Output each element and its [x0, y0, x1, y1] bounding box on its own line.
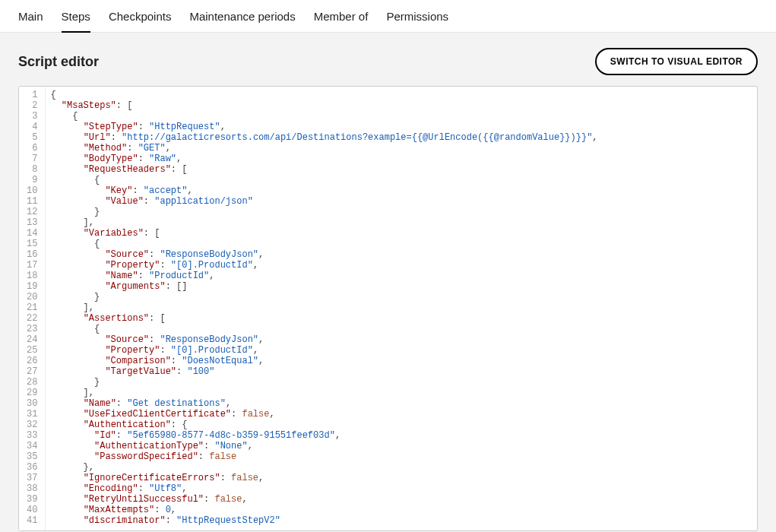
- code-line: "Comparison": "DoesNotEqual",: [50, 356, 752, 366]
- tab-permissions[interactable]: Permissions: [386, 0, 448, 33]
- code-line: "Variables": [: [50, 228, 752, 239]
- editor-scroll[interactable]: 1234567891011121314151617181920212223242…: [19, 87, 757, 530]
- code-line: "RetryUntilSuccessful": false,: [50, 494, 752, 505]
- line-number: 17: [27, 260, 42, 271]
- code-line: "MsaSteps": [: [50, 100, 752, 111]
- line-number: 13: [27, 217, 42, 228]
- line-number: 24: [27, 334, 42, 345]
- line-number: 11: [27, 196, 42, 207]
- code-line: }: [50, 292, 752, 302]
- code-line: "IgnoreCertificateErrors": false,: [50, 473, 752, 483]
- code-line: {: [50, 111, 752, 122]
- code-line: ],: [50, 217, 752, 228]
- line-number: 9: [27, 175, 42, 185]
- code-line: "Value": "application/json": [50, 196, 752, 207]
- line-number-gutter: 1234567891011121314151617181920212223242…: [19, 87, 46, 530]
- line-number: 32: [27, 420, 42, 430]
- tab-steps[interactable]: Steps: [62, 0, 90, 33]
- code-line: "Url": "http://galacticresorts.com/api/D…: [50, 132, 752, 143]
- line-number: 21: [27, 302, 42, 313]
- line-number: 27: [27, 366, 42, 377]
- line-number: 34: [27, 441, 42, 451]
- code-line: "PasswordSpecified": false: [50, 451, 752, 462]
- line-number: 3: [27, 111, 42, 122]
- line-number: 4: [27, 122, 42, 132]
- line-number: 33: [27, 430, 42, 441]
- line-number: 2: [27, 100, 42, 111]
- code-line: "Method": "GET",: [50, 143, 752, 154]
- line-number: 10: [27, 185, 42, 196]
- code-line: }: [50, 207, 752, 217]
- line-number: 28: [27, 377, 42, 388]
- code-line: },: [50, 462, 752, 473]
- code-line: "Encoding": "Utf8",: [50, 483, 752, 494]
- tab-checkpoints[interactable]: Checkpoints: [109, 0, 172, 33]
- line-number: 37: [27, 473, 42, 483]
- code-line: ],: [50, 388, 752, 398]
- line-number: 12: [27, 207, 42, 217]
- code-line: "AuthenticationType": "None",: [50, 441, 752, 451]
- line-number: 41: [27, 515, 42, 526]
- line-number: 5: [27, 132, 42, 143]
- code-line: "UseFixedClientCertificate": false,: [50, 409, 752, 420]
- line-number: 22: [27, 313, 42, 324]
- line-number: 39: [27, 494, 42, 505]
- line-number: 35: [27, 451, 42, 462]
- line-number: 1: [27, 90, 42, 100]
- code-line: {: [50, 324, 752, 334]
- code-line: "Name": "ProductId",: [50, 271, 752, 281]
- line-number: 16: [27, 249, 42, 260]
- code-line: "Id": "5ef65980-8577-4d8c-b359-91551feef…: [50, 430, 752, 441]
- script-editor: 1234567891011121314151617181920212223242…: [18, 86, 758, 531]
- code-line: "discriminator": "HttpRequestStepV2": [50, 515, 752, 526]
- code-line: "Property": "[0].ProductId",: [50, 260, 752, 271]
- code-line: "BodyType": "Raw",: [50, 154, 752, 164]
- tab-main[interactable]: Main: [18, 0, 43, 33]
- code-line: }: [50, 377, 752, 388]
- line-number: 15: [27, 239, 42, 249]
- line-number: 26: [27, 356, 42, 366]
- line-number: 19: [27, 281, 42, 292]
- line-number: 8: [27, 164, 42, 175]
- line-number: 29: [27, 388, 42, 398]
- content-area: Script editor SWITCH TO VISUAL EDITOR 12…: [0, 33, 776, 532]
- code-line: "Assertions": [: [50, 313, 752, 324]
- code-line: "MaxAttempts": 0,: [50, 505, 752, 515]
- code-line: {: [50, 239, 752, 249]
- code-line: {: [50, 175, 752, 185]
- code-line: "Name": "Get destinations",: [50, 398, 752, 409]
- line-number: 31: [27, 409, 42, 420]
- code-line: "StepType": "HttpRequest",: [50, 122, 752, 132]
- line-number: 7: [27, 154, 42, 164]
- line-number: 25: [27, 345, 42, 356]
- code-line: "Key": "accept",: [50, 185, 752, 196]
- tab-member-of[interactable]: Member of: [314, 0, 369, 33]
- code-line: "Authentication": {: [50, 420, 752, 430]
- editor-title: Script editor: [18, 54, 99, 70]
- line-number: 38: [27, 483, 42, 494]
- line-number: 40: [27, 505, 42, 515]
- code-line: ],: [50, 302, 752, 313]
- code-body: 1234567891011121314151617181920212223242…: [19, 87, 757, 530]
- line-number: 20: [27, 292, 42, 302]
- line-number: 23: [27, 324, 42, 334]
- code-content[interactable]: { "MsaSteps": [ { "StepType": "HttpReque…: [46, 87, 757, 530]
- editor-header: Script editor SWITCH TO VISUAL EDITOR: [18, 48, 758, 75]
- code-line: "Source": "ResponseBodyJson",: [50, 334, 752, 345]
- tabs-bar: Main Steps Checkpoints Maintenance perio…: [0, 0, 776, 33]
- tab-maintenance-periods[interactable]: Maintenance periods: [189, 0, 295, 33]
- line-number: 36: [27, 462, 42, 473]
- code-line: "Property": "[0].ProductId",: [50, 345, 752, 356]
- code-line: "Source": "ResponseBodyJson",: [50, 249, 752, 260]
- line-number: 14: [27, 228, 42, 239]
- line-number: 30: [27, 398, 42, 409]
- code-line: {: [50, 90, 752, 100]
- line-number: 6: [27, 143, 42, 154]
- switch-to-visual-editor-button[interactable]: SWITCH TO VISUAL EDITOR: [595, 48, 758, 75]
- code-line: "Arguments": []: [50, 281, 752, 292]
- line-number: 18: [27, 271, 42, 281]
- code-line: "TargetValue": "100": [50, 366, 752, 377]
- code-line: "RequestHeaders": [: [50, 164, 752, 175]
